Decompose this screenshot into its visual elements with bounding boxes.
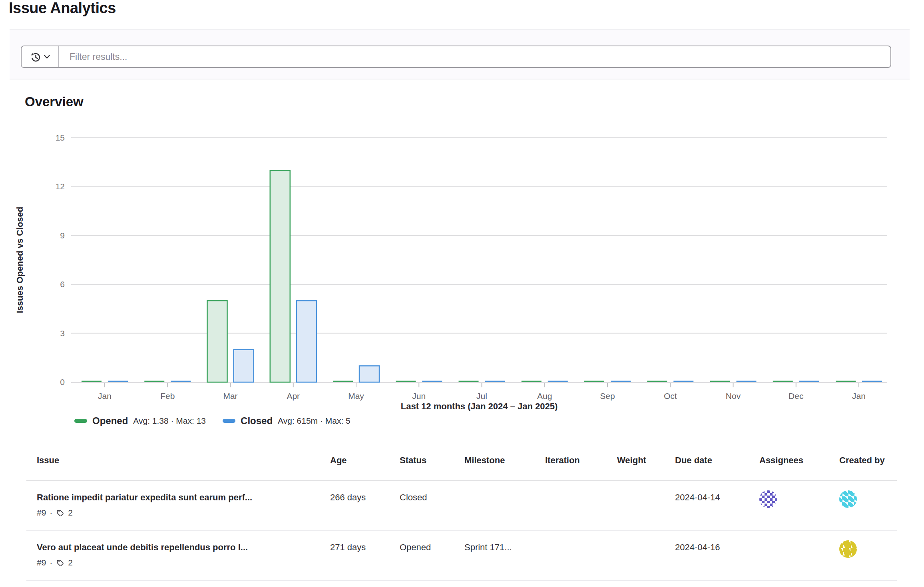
issue-cell: Vero aut placeat unde debitis repellendu…: [26, 531, 320, 580]
label-count: 2: [68, 557, 73, 568]
filter-input[interactable]: [59, 46, 890, 67]
issue-link[interactable]: Vero aut placeat unde debitis repellendu…: [37, 542, 320, 553]
svg-text:Jan: Jan: [852, 391, 866, 401]
filtered-search-control: [21, 46, 891, 68]
age-cell: 271 days: [320, 531, 389, 580]
svg-text:Nov: Nov: [726, 391, 741, 401]
svg-text:Jun: Jun: [412, 391, 426, 401]
closed-series-swatch: [223, 419, 235, 423]
age-cell: 266 days: [320, 481, 389, 530]
issues-opened-vs-closed-chart: 03691215JanFebMarAprMayJunJulAugSepOctNo…: [0, 132, 924, 416]
svg-text:3: 3: [60, 329, 65, 338]
column-header-weight: Weight: [607, 450, 665, 480]
svg-text:Feb: Feb: [160, 391, 175, 401]
legend-item-closed[interactable]: Closed Avg: 615m · Max: 5: [223, 415, 350, 426]
chevron-down-icon: [44, 55, 50, 59]
meta-separator: ·: [50, 557, 52, 568]
label-count: 2: [68, 507, 73, 518]
svg-text:9: 9: [60, 231, 65, 240]
issue-meta: #9 · 2: [37, 557, 320, 568]
status-cell: Closed: [389, 481, 454, 530]
closed-series-label: Closed: [241, 415, 273, 426]
svg-text:Sep: Sep: [600, 391, 615, 401]
label-icon: [56, 559, 64, 567]
assignees-cell: [749, 531, 829, 580]
issue-meta: #9 · 2: [37, 507, 320, 518]
opened-series-swatch: [74, 419, 87, 423]
table-header-row: Issue Age Status Milestone Iteration Wei…: [26, 450, 897, 481]
svg-text:Last 12 months (Jan 2024 – Jan: Last 12 months (Jan 2024 – Jan 2025): [401, 401, 558, 411]
svg-text:Apr: Apr: [287, 391, 300, 401]
iteration-cell: [535, 481, 607, 530]
svg-text:6: 6: [60, 280, 65, 289]
svg-text:12: 12: [56, 182, 65, 191]
weight-cell: [607, 481, 665, 530]
column-header-status: Status: [389, 450, 454, 480]
iteration-cell: [535, 531, 607, 580]
issues-table: Issue Age Status Milestone Iteration Wei…: [26, 450, 897, 581]
column-header-issue: Issue: [26, 450, 320, 480]
issue-ref: #9: [37, 507, 46, 518]
svg-text:Jul: Jul: [476, 391, 487, 401]
weight-cell: [607, 531, 665, 580]
svg-text:Oct: Oct: [664, 391, 677, 401]
svg-text:Issues Opened vs Closed: Issues Opened vs Closed: [15, 207, 25, 313]
column-header-age: Age: [320, 450, 389, 480]
filter-history-button[interactable]: [22, 46, 59, 67]
issue-cell: Ratione impedit pariatur expedita sunt e…: [26, 481, 320, 530]
issue-link[interactable]: Ratione impedit pariatur expedita sunt e…: [37, 492, 320, 503]
assignee-avatar[interactable]: [759, 490, 777, 508]
due-date-cell: 2024-04-16: [665, 531, 749, 580]
due-date-cell: 2024-04-14: [665, 481, 749, 530]
table-row: Vero aut placeat unde debitis repellendu…: [26, 531, 897, 581]
column-header-milestone: Milestone: [454, 450, 535, 480]
opened-series-stats: Avg: 1.38 · Max: 13: [133, 416, 206, 426]
created-by-avatar[interactable]: [839, 490, 857, 508]
created-by-cell: [829, 481, 897, 530]
meta-separator: ·: [50, 507, 52, 518]
column-header-created-by: Created by: [829, 450, 897, 480]
svg-text:Jan: Jan: [98, 391, 112, 401]
assignees-cell: [749, 481, 829, 530]
overview-heading: Overview: [25, 94, 84, 109]
opened-series-label: Opened: [92, 415, 128, 426]
label-icon: [56, 509, 64, 517]
svg-text:Aug: Aug: [537, 391, 552, 401]
svg-text:Mar: Mar: [223, 391, 237, 401]
created-by-cell: [829, 531, 897, 580]
svg-text:15: 15: [56, 133, 65, 142]
status-cell: Opened: [389, 531, 454, 580]
svg-text:May: May: [348, 391, 364, 401]
column-header-due-date: Due date: [665, 450, 749, 480]
svg-text:Dec: Dec: [789, 391, 803, 401]
milestone-cell: Sprint 171...: [454, 531, 535, 580]
column-header-iteration: Iteration: [535, 450, 607, 480]
closed-series-stats: Avg: 615m · Max: 5: [278, 416, 350, 426]
chart-legend: Opened Avg: 1.38 · Max: 13 Closed Avg: 6…: [74, 415, 350, 426]
table-row: Ratione impedit pariatur expedita sunt e…: [26, 481, 897, 531]
legend-item-opened[interactable]: Opened Avg: 1.38 · Max: 13: [74, 415, 206, 426]
filter-bar: [10, 29, 910, 79]
column-header-assignees: Assignees: [749, 450, 829, 480]
history-icon: [30, 52, 41, 62]
svg-text:0: 0: [60, 377, 65, 387]
created-by-avatar[interactable]: [839, 540, 857, 558]
issue-ref: #9: [37, 557, 46, 568]
page-title: Issue Analytics: [9, 0, 116, 19]
milestone-cell: [454, 481, 535, 530]
